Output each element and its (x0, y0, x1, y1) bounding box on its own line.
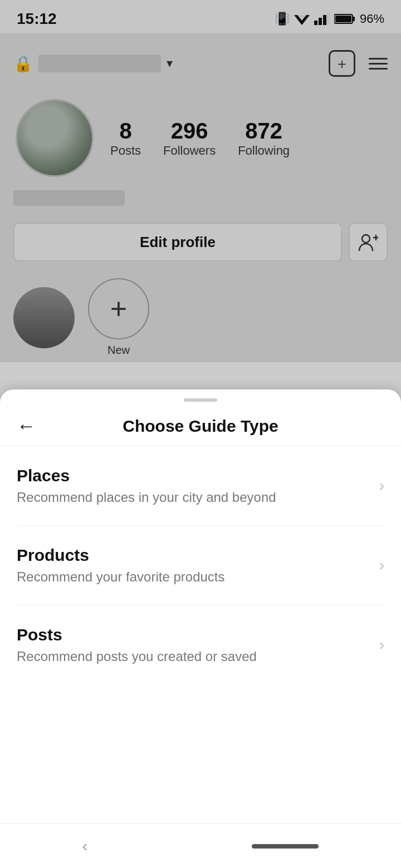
svg-rect-2 (314, 21, 317, 25)
followers-label: Followers (163, 144, 216, 158)
svg-rect-4 (323, 15, 326, 25)
signal-icon (314, 13, 330, 25)
add-post-icon[interactable]: ＋ (329, 50, 355, 77)
followers-stat[interactable]: 296 Followers (163, 119, 216, 158)
chevron-right-icon: › (379, 636, 384, 654)
guide-list: Places Recommend places in your city and… (0, 446, 401, 684)
bottom-nav: ‹ (0, 823, 401, 868)
add-story-icon: + (110, 294, 127, 323)
posts-count: 8 (119, 119, 131, 144)
profile-section: 8 Posts 296 Followers 872 Following (13, 99, 388, 177)
svg-rect-7 (353, 17, 355, 21)
guide-item-places[interactable]: Places Recommend places in your city and… (17, 446, 384, 526)
guide-item-posts[interactable]: Posts Recommend posts you created or sav… (17, 605, 384, 684)
status-bar: 15:12 📳 96% (0, 0, 401, 33)
sheet-title: Choose Guide Type (47, 417, 354, 436)
svg-rect-5 (326, 13, 330, 25)
battery-percentage: 96% (360, 12, 384, 26)
battery-icon (334, 13, 355, 24)
guide-item-products[interactable]: Products Recommend your favorite product… (17, 526, 384, 605)
following-label: Following (238, 144, 290, 158)
add-person-button[interactable] (349, 223, 388, 262)
posts-label: Posts (110, 144, 141, 158)
stats-row: 8 Posts 296 Followers 872 Following (110, 119, 385, 158)
guide-item-places-desc: Recommend places in your city and beyond (17, 490, 370, 505)
following-count: 872 (245, 119, 282, 144)
svg-point-9 (362, 235, 370, 243)
guide-item-products-content: Products Recommend your favorite product… (17, 546, 370, 585)
menu-icon[interactable] (369, 58, 388, 70)
topbar-left: 🔒 ▾ (13, 55, 173, 73)
status-time: 15:12 (17, 10, 57, 28)
home-indicator[interactable] (252, 844, 319, 849)
chevron-right-icon: › (379, 556, 384, 574)
guide-item-posts-content: Posts Recommend posts you created or sav… (17, 625, 370, 664)
chevron-right-icon: › (379, 477, 384, 495)
ig-background: 🔒 ▾ ＋ 8 Posts 296 Followers 872 (0, 33, 401, 362)
status-icons: 📳 96% (275, 12, 384, 26)
stories-row: + New (13, 278, 388, 362)
lock-icon: 🔒 (13, 55, 33, 73)
avatar[interactable] (16, 99, 94, 177)
vibrate-icon: 📳 (275, 12, 290, 26)
svg-rect-3 (319, 18, 322, 25)
ig-topbar: 🔒 ▾ ＋ (13, 45, 388, 82)
guide-item-products-title: Products (17, 546, 370, 565)
back-button[interactable]: ← (17, 415, 36, 437)
story-item-1[interactable] (13, 287, 75, 348)
add-story-button[interactable]: + (88, 278, 149, 339)
edit-profile-row: Edit profile (13, 223, 388, 262)
add-person-icon (358, 232, 378, 252)
guide-item-posts-title: Posts (17, 625, 370, 644)
sheet-header: ← Choose Guide Type (0, 402, 401, 446)
nav-back-button[interactable]: ‹ (82, 837, 87, 855)
story-thumbnail[interactable] (13, 287, 75, 348)
bottom-sheet: ← Choose Guide Type Places Recommend pla… (0, 389, 401, 868)
topbar-right: ＋ (329, 50, 388, 77)
guide-item-products-desc: Recommend your favorite products (17, 569, 370, 585)
wifi-icon (294, 13, 310, 25)
edit-profile-button[interactable]: Edit profile (13, 223, 342, 262)
new-story-label: New (107, 344, 130, 357)
posts-stat[interactable]: 8 Posts (110, 119, 141, 158)
following-stat[interactable]: 872 Following (238, 119, 290, 158)
svg-rect-8 (335, 16, 351, 22)
profile-name-blur (13, 190, 125, 206)
dropdown-chevron-icon[interactable]: ▾ (167, 56, 173, 71)
guide-item-places-title: Places (17, 466, 370, 485)
followers-count: 296 (171, 119, 208, 144)
guide-item-posts-desc: Recommend posts you created or saved (17, 649, 370, 664)
story-add-new[interactable]: + New (88, 278, 149, 357)
username-blur (38, 55, 161, 72)
guide-item-places-content: Places Recommend places in your city and… (17, 466, 370, 505)
